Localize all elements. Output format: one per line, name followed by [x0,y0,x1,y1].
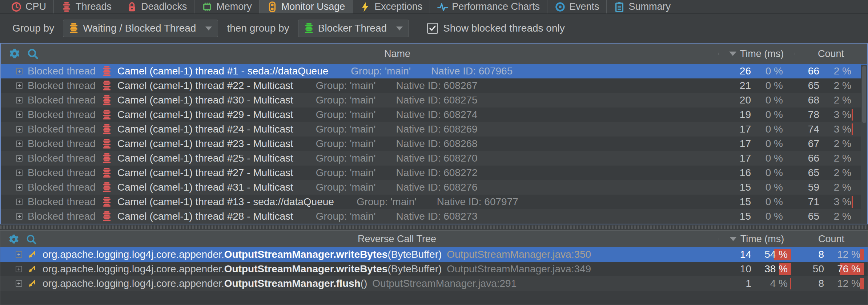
time-value: 17 [718,123,751,135]
expand-icon[interactable] [16,68,23,74]
reverse-call-tree-panel: Reverse Call Tree Time (ms) Count org.ap… [0,230,868,305]
blocked-thread-icon [102,211,112,222]
tab-bar: CPU Threads Deadlocks Memory Monitor Usa… [0,0,868,14]
group-by-value: Waiting / Blocked Thread [83,23,196,34]
percent-bar [852,109,853,121]
time-percent: 0 % [751,109,795,121]
column-header-count[interactable]: Count [795,48,867,60]
deadlock-lock-icon [126,1,137,12]
package-name: org.apache.logging.log4j.core.appender. [43,249,224,260]
expand-icon[interactable] [16,170,23,176]
time-cell: 16 0 % [718,167,795,179]
expand-icon[interactable] [16,141,23,147]
count-cell: 65 2 % [795,80,867,92]
thread-state-label: Blocked thread [28,80,96,92]
percent-bar [852,123,853,135]
search-icon[interactable] [27,48,39,60]
expand-icon[interactable] [16,82,23,89]
tab-performance-charts[interactable]: Performance Charts [430,0,547,13]
count-value: 59 [795,182,819,193]
tab-events[interactable]: Events [547,0,607,13]
count-cell: 50 76 % [795,263,868,275]
call-tree-row[interactable]: org.apache.logging.log4j.core.appender.O… [0,247,868,262]
blocked-thread-row[interactable]: Blocked thread Camel (camel-1) thread #2… [1,166,867,180]
gear-icon[interactable] [8,233,19,244]
threads-table-header: Name Time (ms) Count [1,44,867,64]
count-cell: 8 12 % [795,278,868,289]
thread-name: Camel (camel-1) thread #23 - Multicast [117,138,293,150]
time-cell: 21 0 % [718,80,795,92]
expand-icon[interactable] [16,266,22,272]
tab-cpu[interactable]: CPU [4,0,54,13]
blocked-thread-row[interactable]: Blocked thread Camel (camel-1) thread #2… [1,137,867,151]
time-cell: 26 0 % [718,65,795,77]
thread-group: Group: 'main' [316,80,376,92]
package-name: org.apache.logging.log4j.core.appender. [43,263,224,274]
count-value: 8 [795,249,824,260]
tab-threads[interactable]: Threads [54,0,119,13]
blocked-thread-row[interactable]: Blocked thread Camel (camel-1) thread #2… [1,209,867,224]
call-tree-row[interactable]: org.apache.logging.log4j.core.appender.O… [0,262,868,276]
expand-icon[interactable] [16,126,23,133]
blocked-thread-row[interactable]: Blocked thread Camel (camel-1) thread #3… [1,180,867,195]
tab-memory[interactable]: Memory [194,0,260,13]
blocked-thread-row[interactable]: Blocked thread Camel (camel-1) thread #2… [1,151,867,166]
count-cell: 66 2 % [795,152,867,164]
thread-name: Camel (camel-1) thread #13 - seda://data… [117,196,334,208]
time-percent: 4 % [751,278,795,289]
blocked-thread-row[interactable]: Blocked thread Camel (camel-1) thread #1… [1,195,867,209]
count-cell: 78 3 % [795,109,867,121]
column-header-name[interactable]: Name [1,48,794,60]
column-header-count[interactable]: Count [795,233,868,245]
thread-name: Camel (camel-1) thread #29 - Multicast [117,109,293,121]
clipboard-icon [614,1,625,12]
thread-group: Group: 'main' [316,94,376,106]
tab-label: Exceptions [374,1,422,12]
expand-icon[interactable] [16,251,22,258]
search-icon[interactable] [26,233,37,244]
time-value: 10 [719,263,751,275]
tab-summary[interactable]: Summary [607,0,678,13]
blocked-thread-row[interactable]: Blocked thread Camel (camel-1) thread #1… [1,64,867,78]
blocked-thread-row[interactable]: Blocked thread Camel (camel-1) thread #2… [1,122,867,137]
thread-native-id: Native ID: 608275 [396,94,478,106]
blocked-thread-row[interactable]: Blocked thread Camel (camel-1) thread #2… [1,78,867,93]
count-percent: 2 % [819,167,867,179]
expand-icon[interactable] [16,155,23,162]
vertical-scrollbar[interactable] [861,65,867,223]
scrollbar-thumb[interactable] [862,66,866,123]
blocked-thread-row[interactable]: Blocked thread Camel (camel-1) thread #2… [1,107,867,122]
time-cell: 1 4 % [719,278,795,289]
method-args: (ByteBuffer) [387,249,442,260]
expand-icon[interactable] [16,97,23,103]
thread-group: Group: 'main' [316,152,376,164]
expand-icon[interactable] [16,184,23,191]
time-percent: 0 % [751,80,795,92]
thread-group: Group: 'main' [316,123,376,135]
column-header-time[interactable]: Time (ms) [719,233,795,245]
expand-icon[interactable] [16,213,23,220]
thread-state-label: Blocked thread [28,167,96,179]
count-value: 66 [795,152,819,164]
pulse-icon [437,1,448,12]
call-tree-row[interactable]: org.apache.logging.log4j.core.appender.O… [0,276,868,291]
then-group-by-dropdown[interactable]: Blocker Thread [298,20,409,37]
time-cell: 17 0 % [718,138,795,150]
show-blocked-threads-only-checkbox[interactable]: Show blocked threads only [427,23,565,34]
tab-label: Monitor Usage [281,1,345,12]
blocked-thread-row[interactable]: Blocked thread Camel (camel-1) thread #3… [1,93,867,107]
thread-group: Group: 'main' [316,167,376,179]
method-name: OutputStreamManager.flush [224,278,361,289]
thread-group: Group: 'main' [316,138,376,150]
gear-icon[interactable] [9,48,20,60]
panel-splitter[interactable] [0,224,868,230]
group-by-dropdown[interactable]: Waiting / Blocked Thread [63,20,218,37]
expand-icon[interactable] [16,111,23,118]
column-header-time[interactable]: Time (ms) [718,48,795,60]
tab-deadlocks[interactable]: Deadlocks [119,0,194,13]
expand-icon[interactable] [16,280,22,287]
tab-monitor-usage[interactable]: Monitor Usage [260,0,353,13]
tab-exceptions[interactable]: Exceptions [353,0,430,13]
expand-icon[interactable] [16,199,23,205]
thread-native-id: Native ID: 608269 [396,123,478,135]
